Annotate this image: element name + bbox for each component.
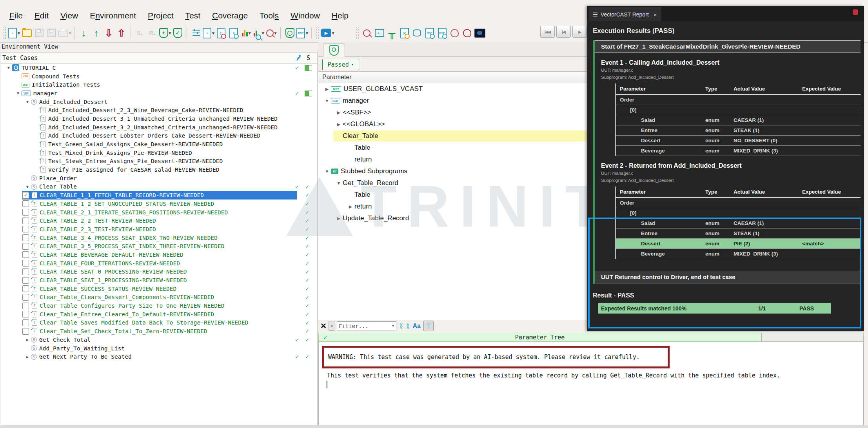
test-case-row[interactable]: T✓Verify_PIE_assigned_for_CAESAR_salad-R…: [0, 165, 317, 174]
find-next-button[interactable]: ∨∨: [399, 323, 403, 329]
parameter-row[interactable]: ▶Update_Table_Record: [318, 212, 587, 224]
test-case-checkbox[interactable]: [22, 234, 29, 241]
test-case-row[interactable]: T✓Clear_Table_Configures_Party_Size_To_O…: [0, 301, 317, 310]
database-search-icon[interactable]: [411, 26, 423, 40]
clear-filter-button[interactable]: ✕: [320, 321, 327, 330]
expand-open-icon[interactable]: ▼: [24, 100, 31, 104]
toolbar-handle[interactable]: [3, 27, 6, 39]
filter-input[interactable]: Filter... ▾: [337, 321, 396, 330]
find-previous-button[interactable]: ∧∧: [406, 323, 410, 329]
test-case-checkbox[interactable]: [22, 328, 29, 335]
expand-open-icon[interactable]: ▼: [5, 65, 12, 70]
expand-closed-icon[interactable]: ▶: [323, 87, 331, 92]
call-tree-icon[interactable]: ╥: [386, 26, 398, 40]
expand-closed-icon[interactable]: ▶: [24, 355, 31, 359]
image-viewer-icon[interactable]: [474, 26, 486, 40]
query-icon[interactable]: ▾: [265, 26, 277, 40]
notes-editor[interactable]: WARNING: This test case was generated by…: [318, 342, 864, 425]
expand-open-icon[interactable]: ▼: [323, 98, 331, 103]
test-case-checkbox[interactable]: [22, 209, 29, 216]
menu-test[interactable]: Test: [180, 10, 206, 22]
test-case-row[interactable]: T✓Test_Mixed_Drink_Assigns_Pie-REVIEW-NE…: [0, 149, 317, 157]
test-case-row[interactable]: T✓CLEAR_TABLE_FOUR_ITERATIONS-REVIEW-NEE…: [0, 259, 317, 268]
test-case-row[interactable]: T✓CLEAR_TABLE_2_2_TEST-REVIEW-NEEDED✓: [0, 216, 317, 225]
expand-closed-icon[interactable]: ▶: [335, 110, 343, 115]
test-case-row[interactable]: T✓CLEAR_TABLE_SUCCESS_STATUS-REVIEW-NEED…: [0, 285, 317, 293]
execute-check-icon[interactable]: ✓: [172, 26, 183, 40]
test-case-checkbox[interactable]: [22, 268, 29, 275]
filter-toggle-button[interactable]: [423, 321, 434, 331]
parameter-row[interactable]: ▼Get_Table_Record: [318, 177, 587, 189]
menu-project[interactable]: Project: [142, 10, 179, 22]
test-case-checkbox[interactable]: [22, 277, 29, 284]
terminal-icon[interactable]: >_: [374, 26, 385, 40]
rsp-report-icon[interactable]: RSP▾: [296, 26, 308, 40]
parameter-row[interactable]: return: [318, 154, 587, 165]
expand-open-icon[interactable]: ▼: [335, 181, 343, 185]
test-case-checkbox[interactable]: ✓: [22, 192, 29, 199]
parameter-row[interactable]: ▶return: [318, 201, 587, 212]
tree-row[interactable]: ▼SClear_Table✓✓: [0, 183, 317, 191]
test-case-row[interactable]: T✓CLEAR_TABLE_SEAT_1_PROCESSING-REVIEW-N…: [0, 276, 317, 285]
toolbar-handle[interactable]: [316, 27, 319, 39]
test-case-checkbox[interactable]: [22, 319, 29, 326]
filter-dropdown-button[interactable]: ▾: [329, 321, 335, 331]
test-case-row[interactable]: T✓Add_Included_Dessert_3_1_Unmatched_Cri…: [0, 114, 317, 123]
test-case-row[interactable]: T✓CLEAR_TABLE_BEVERAGE_DEFAULT-REVIEW-NE…: [0, 250, 317, 259]
go-first-button[interactable]: |◀◀: [540, 26, 555, 38]
test-case-checkbox[interactable]: [22, 251, 29, 258]
tree-row[interactable]: ▶SGet_Check_Total✓✓: [0, 336, 317, 344]
test-case-row[interactable]: T✓CLEAR_TABLE_1_2_SET_UNOCCUPIED_STATUS-…: [0, 199, 317, 208]
report-options-icon[interactable]: ≡▾: [203, 26, 214, 40]
mcdc-alt-icon[interactable]: [461, 26, 473, 40]
test-case-checkbox[interactable]: [22, 226, 29, 232]
parameter-row[interactable]: ▼Clear_Table: [318, 130, 587, 142]
menu-help[interactable]: Help: [326, 10, 354, 22]
parameter-row[interactable]: ▶NSTUSER_GLOBALS_VCAST: [318, 83, 587, 95]
parameter-row[interactable]: ▶<<SBF>>: [318, 107, 587, 118]
menu-edit[interactable]: Edit: [29, 10, 54, 22]
coverage-viewer-icon[interactable]: ( ): [215, 26, 227, 40]
tree-row[interactable]: SAdd_Party_To_Waiting_List: [0, 344, 317, 353]
options-icon[interactable]: [190, 26, 202, 40]
open-environment-icon[interactable]: [21, 26, 33, 40]
environment-search-icon[interactable]: ◯: [284, 26, 296, 40]
parameter-row[interactable]: ▼SBFmanager: [318, 95, 587, 107]
tree-row[interactable]: ▼TUTORIAL_C✓: [0, 63, 317, 72]
test-case-row[interactable]: T✓Test_Steak_Entree_Assigns_Pie_Dessert-…: [0, 157, 317, 166]
chart-search-icon[interactable]: ▾: [253, 26, 265, 40]
test-case-row[interactable]: T✓Add_Included_Dessert_2_3_Wine_Beverage…: [0, 106, 317, 114]
test-case-checkbox[interactable]: [22, 243, 29, 250]
test-case-row[interactable]: T✓CLEAR_TABLE_3_5_PROCESS_SEAT_INDEX_THR…: [0, 242, 317, 250]
test-case-checkbox[interactable]: [22, 218, 29, 224]
test-case-row[interactable]: T✓CLEAR_TABLE_2_3_TEST-REVIEW-NEEDED✓: [0, 225, 317, 234]
new-test-script-icon[interactable]: +▾: [8, 26, 20, 40]
menu-window[interactable]: Window: [285, 10, 325, 22]
export-results-icon[interactable]: ↑: [91, 26, 102, 40]
metrics-viewer-icon[interactable]: X: [228, 26, 240, 40]
report-export-icon[interactable]: RSP: [436, 26, 448, 40]
test-case-row[interactable]: T✓Add_Included_Dessert_3_2_Unmatched_Cri…: [0, 123, 317, 132]
coverage-doc-icon[interactable]: (x): [399, 26, 410, 40]
user-search-icon[interactable]: [361, 26, 373, 40]
tree-row[interactable]: INITInitialization Tests: [0, 80, 317, 89]
tree-row[interactable]: ▼SBFmanager✓: [0, 89, 317, 98]
download-data-icon[interactable]: ⇩: [103, 26, 115, 40]
test-case-row[interactable]: T✓CLEAR_TABLE_2_1_ITERATE_SEATING_POSITI…: [0, 208, 317, 217]
parameter-row[interactable]: ▶<<GLOBAL>>: [318, 118, 587, 130]
tree-row[interactable]: ▼SAdd_Included_Dessert: [0, 98, 317, 106]
play-button[interactable]: ▶: [572, 26, 587, 38]
test-case-checkbox[interactable]: [22, 260, 29, 267]
test-case-checkbox[interactable]: [22, 200, 29, 207]
menu-environment[interactable]: Environment: [84, 10, 142, 22]
test-case-row[interactable]: T✓Test_Green_Salad_Assigns_Cake_Dessert-…: [0, 140, 317, 149]
expand-closed-icon[interactable]: ▶: [335, 216, 343, 221]
tab-parameter-view[interactable]: [323, 44, 345, 57]
close-icon[interactable]: ×: [654, 11, 657, 18]
test-case-checkbox[interactable]: [22, 311, 29, 317]
tree-row[interactable]: COMCompound Tests: [0, 72, 317, 81]
test-case-row[interactable]: ✓T✓CLEAR_TABLE_1_1_FETCH_TABLE_RECORD-RE…: [0, 191, 317, 199]
import-results-icon[interactable]: ↓: [78, 26, 90, 40]
match-case-button[interactable]: Aa: [413, 323, 421, 330]
test-case-row[interactable]: T✓Clear_Table_Entree_Cleared_To_Default-…: [0, 310, 317, 319]
